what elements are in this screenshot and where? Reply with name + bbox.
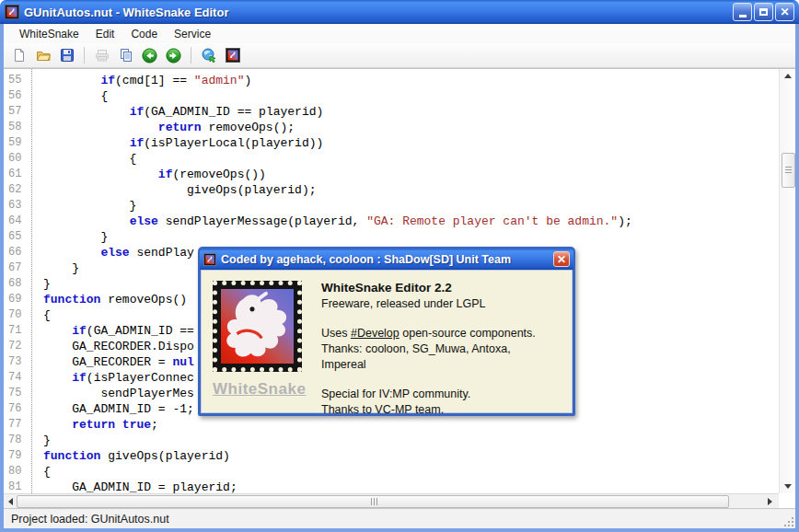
about-thanks-line2: Impereal — [321, 357, 564, 373]
scroll-down-button[interactable] — [780, 480, 795, 493]
line-number: 63 — [4, 199, 31, 214]
develop-link[interactable]: #Develop — [351, 327, 400, 340]
vertical-scrollbar[interactable] — [779, 69, 795, 493]
arrow-right-icon — [768, 498, 772, 505]
line-number: 72 — [4, 340, 31, 355]
code-line: 80{ — [4, 465, 779, 480]
code-line: 61 if(removeOps()) — [4, 168, 779, 183]
menu-item-whitesnake[interactable]: WhiteSnake — [11, 25, 87, 43]
dialog-title: Coded by agehack, cooloon : ShaDow[SD] U… — [221, 253, 553, 266]
code-line: 79function giveOps(playerid) — [4, 449, 779, 465]
print-button[interactable] — [94, 48, 110, 64]
menu-item-service[interactable]: Service — [166, 25, 219, 43]
close-icon: ✕ — [780, 6, 789, 17]
code-text: { — [31, 465, 51, 480]
back-button[interactable] — [142, 48, 157, 64]
back-arrow-icon — [142, 48, 157, 64]
stamp-label: WhiteSnake — [213, 380, 305, 399]
line-number: 71 — [4, 324, 31, 340]
line-number: 67 — [4, 261, 31, 277]
about-license: Freeware, released under LGPL — [321, 296, 564, 312]
code-text: { — [31, 152, 136, 168]
line-number: 70 — [4, 308, 31, 324]
line-number: 79 — [4, 449, 31, 465]
about-stamp-icon — [226, 48, 240, 63]
line-number: 64 — [4, 214, 31, 230]
about-button[interactable] — [225, 48, 240, 64]
resize-grip[interactable] — [782, 515, 793, 526]
code-text: giveOps(playerid); — [31, 183, 316, 199]
scroll-left-button[interactable] — [4, 494, 17, 508]
desktop: { "window": { "title": "GUnitAutos.nut -… — [0, 0, 799, 532]
code-text: GA_ADMIN_ID = playerid; — [31, 480, 237, 493]
line-number: 75 — [4, 387, 31, 402]
line-number: 73 — [4, 355, 31, 371]
code-text: } — [31, 199, 136, 214]
line-number: 60 — [4, 152, 31, 168]
new-file-icon — [12, 48, 27, 63]
code-line: 77 return true; — [4, 418, 779, 434]
copy-button[interactable] — [118, 48, 133, 64]
code-line: 55 if(cmd[1] == "admin") — [4, 74, 779, 89]
minimize-icon — [739, 15, 747, 17]
uses-suffix: open-source components. — [400, 327, 536, 340]
scroll-right-button[interactable] — [763, 494, 777, 508]
code-text: else sendPlayerMessage(playerid, "GA: Re… — [31, 214, 632, 230]
dialog-close-button[interactable]: ✕ — [553, 251, 570, 267]
code-line: 59 if(isPlayerLocal(playerid)) — [4, 136, 779, 152]
close-button[interactable]: ✕ — [775, 3, 794, 21]
maximize-button[interactable] — [754, 3, 773, 21]
forward-button[interactable] — [166, 48, 181, 64]
about-special-line2: Thanks to VC-MP team. — [321, 402, 564, 418]
line-number: 69 — [4, 293, 31, 308]
line-number: 62 — [4, 183, 31, 199]
code-text: sendPlayerMes — [31, 387, 194, 402]
horizontal-scroll-thumb[interactable] — [17, 495, 729, 508]
code-text: function giveOps(playerid) — [31, 449, 230, 465]
line-number: 78 — [4, 434, 31, 449]
title-bar: GUnitAutos.nut - WhiteSnake Editor ✕ — [0, 0, 799, 24]
scroll-up-button[interactable] — [780, 69, 795, 83]
code-text: GA_ADMIN_ID = -1; — [31, 402, 194, 418]
status-text: Project loaded: GUnitAutos.nut — [11, 513, 169, 526]
code-text: } — [31, 277, 51, 293]
menu-item-code[interactable]: Code — [122, 25, 166, 43]
dialog-body: WhiteSnake WhiteSnake Editor 2.2 Freewar… — [201, 270, 573, 413]
code-text: if(removeOps()) — [31, 168, 266, 183]
window-title: GUnitAutos.nut - WhiteSnake Editor — [24, 6, 733, 19]
dragon-icon — [221, 289, 294, 364]
horizontal-scrollbar[interactable] — [4, 493, 779, 508]
globe-icon — [202, 48, 216, 63]
code-text: { — [31, 308, 51, 324]
line-number: 68 — [4, 277, 31, 293]
line-number: 58 — [4, 121, 31, 136]
line-number: 57 — [4, 105, 31, 121]
line-number: 80 — [4, 465, 31, 480]
web-button[interactable] — [201, 48, 216, 64]
about-dialog: Coded by agehack, cooloon : ShaDow[SD] U… — [198, 247, 575, 416]
arrow-down-icon — [784, 484, 792, 489]
vertical-scroll-thumb[interactable] — [782, 153, 795, 188]
app-stamp-icon — [5, 5, 19, 19]
open-folder-icon — [36, 48, 51, 63]
code-text: GA_RECORDER.Dispo — [31, 340, 194, 355]
about-thanks-line1: Thanks: cooloon, SG_Muwa, Antoxa, — [321, 341, 564, 357]
code-line: 64 else sendPlayerMessage(playerid, "GA:… — [4, 214, 779, 230]
scrollbar-corner — [779, 493, 795, 508]
line-number: 76 — [4, 402, 31, 418]
code-text: } — [31, 434, 51, 449]
line-number: 56 — [4, 89, 31, 105]
new-file-button[interactable] — [11, 48, 27, 64]
line-number: 74 — [4, 371, 31, 387]
code-line: 81 GA_ADMIN_ID = playerid; — [4, 480, 779, 493]
minimize-button[interactable] — [733, 3, 752, 21]
open-file-button[interactable] — [35, 48, 51, 64]
code-text: if(cmd[1] == "admin") — [31, 74, 251, 89]
arrow-up-icon — [784, 74, 792, 78]
menu-item-edit[interactable]: Edit — [87, 25, 123, 43]
about-uses-line: Uses #Develop open-source components. — [321, 326, 564, 341]
code-text: return removeOps(); — [31, 121, 295, 136]
code-text: if(isPlayerLocal(playerid)) — [31, 136, 323, 152]
copy-icon — [119, 48, 133, 63]
save-file-button[interactable] — [59, 48, 75, 64]
